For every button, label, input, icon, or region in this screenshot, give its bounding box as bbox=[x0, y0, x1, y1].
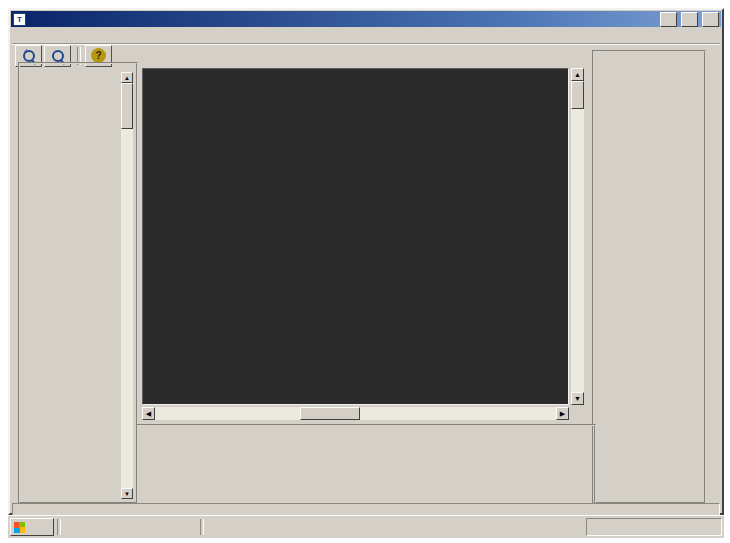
outdoor-rows bbox=[20, 70, 118, 499]
taskbar-separator bbox=[57, 519, 61, 535]
title-bar[interactable]: T bbox=[11, 11, 721, 27]
scroll-down-icon[interactable]: ▼ bbox=[571, 392, 584, 405]
plus-glyph: + bbox=[24, 47, 29, 56]
windows-logo-icon bbox=[14, 522, 25, 533]
restore-button[interactable] bbox=[681, 12, 698, 27]
vscroll-thumb[interactable] bbox=[571, 81, 584, 109]
scroll-up-icon[interactable]: ▲ bbox=[571, 68, 584, 81]
chart-plot bbox=[169, 73, 565, 385]
taskbar bbox=[8, 515, 724, 538]
app-icon: T bbox=[13, 13, 26, 26]
scroll-up-icon[interactable]: ▲ bbox=[121, 72, 133, 83]
system-tray bbox=[586, 518, 722, 536]
chart-vertical-scrollbar[interactable]: ▲ ▼ bbox=[571, 68, 584, 405]
custom-curves-panel bbox=[592, 50, 706, 504]
chart-horizontal-scrollbar[interactable]: ◀ ▶ bbox=[142, 407, 569, 420]
scroll-right-icon[interactable]: ▶ bbox=[556, 407, 569, 420]
desktop: T + ? bbox=[8, 8, 724, 537]
scroll-thumb[interactable] bbox=[121, 83, 133, 129]
textparser-window: T + ? bbox=[8, 8, 724, 515]
taskbar-separator bbox=[200, 519, 204, 535]
indoor-rows bbox=[138, 426, 594, 504]
minimize-button[interactable] bbox=[660, 12, 677, 27]
screenshot-frame: T + ? bbox=[0, 0, 730, 543]
scroll-down-icon[interactable]: ▼ bbox=[121, 488, 133, 499]
close-button[interactable] bbox=[702, 12, 719, 27]
question-icon: ? bbox=[91, 48, 106, 63]
indoor-data-panel bbox=[136, 424, 596, 506]
hscroll-thumb[interactable] bbox=[300, 407, 360, 420]
menu-bar bbox=[12, 28, 720, 42]
chart-panel bbox=[142, 68, 569, 405]
scroll-left-icon[interactable]: ◀ bbox=[142, 407, 155, 420]
start-button[interactable] bbox=[10, 518, 54, 536]
outdoor-data-panel: ▲ ▼ bbox=[18, 62, 138, 504]
outdoor-scrollbar[interactable]: ▲ ▼ bbox=[121, 72, 133, 499]
magnifier-icon bbox=[52, 50, 64, 62]
